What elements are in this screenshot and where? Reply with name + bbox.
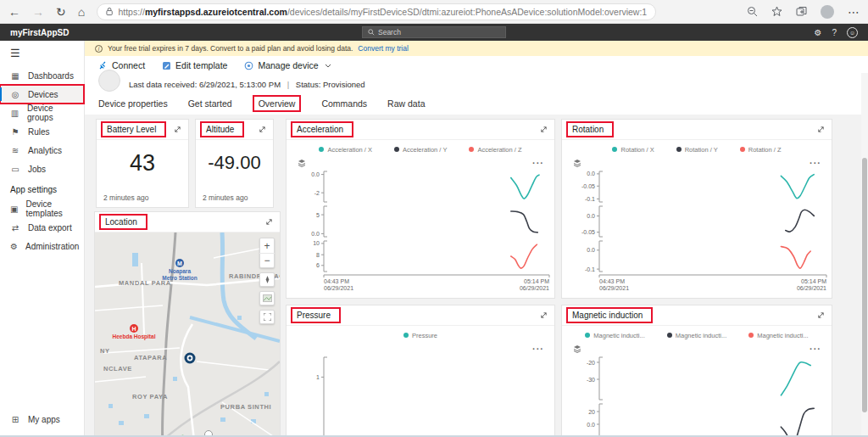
tab-device-properties[interactable]: Device properties bbox=[98, 98, 168, 109]
altitude-tile: Altitude -49.00 2 minutes ago bbox=[195, 119, 274, 208]
tile-title: Magnetic induction bbox=[566, 307, 653, 323]
map-style-button[interactable] bbox=[259, 291, 275, 305]
sidebar-item-administration[interactable]: ⚙Administration bbox=[0, 237, 84, 255]
help-icon[interactable]: ? bbox=[832, 28, 837, 37]
app-top-nav: myFirstAppSD Search ⚙ ? ☺ bbox=[0, 24, 868, 41]
expand-icon[interactable] bbox=[259, 126, 266, 133]
user-avatar[interactable]: ☺ bbox=[847, 27, 858, 38]
expand-icon[interactable] bbox=[817, 311, 825, 319]
browser-profile-avatar[interactable] bbox=[821, 5, 834, 19]
pressure-tile: Pressure Pressure···10.5 bbox=[286, 305, 555, 435]
svg-text:1: 1 bbox=[316, 374, 320, 380]
expand-icon[interactable] bbox=[174, 126, 181, 133]
battery-value: 43 bbox=[97, 140, 188, 186]
sidebar-item-device-groups[interactable]: ▥Device groups bbox=[0, 104, 84, 122]
tile-title: Battery Level bbox=[101, 121, 166, 137]
search-input[interactable]: Search bbox=[362, 26, 506, 38]
edit-template-button[interactable]: Edit template bbox=[162, 60, 227, 70]
sidebar-item-label: Administration bbox=[25, 242, 79, 251]
legend-label: Rotation / Y bbox=[685, 146, 718, 154]
expand-icon[interactable] bbox=[817, 126, 825, 133]
manage-device-button[interactable]: Manage device bbox=[244, 60, 331, 70]
layers-icon[interactable] bbox=[572, 342, 582, 357]
legend-item[interactable]: Acceleration / X bbox=[319, 146, 372, 154]
map-zoom-in-button[interactable]: + bbox=[259, 238, 275, 253]
legend-item[interactable]: Magnetic inducti... bbox=[585, 332, 644, 339]
forward-icon[interactable]: → bbox=[32, 6, 44, 18]
chart-menu-button[interactable]: ··· bbox=[532, 346, 544, 352]
layers-icon[interactable] bbox=[572, 156, 582, 171]
dashboard: Battery Level 43 2 minutes ago Altitude … bbox=[85, 115, 868, 435]
location-map[interactable]: MH MANDAL PARARABINDRA NAGNYATAPARANCLAV… bbox=[95, 233, 280, 435]
map-area-label: ROY PAYA bbox=[132, 393, 168, 401]
scrollbar-thumb[interactable] bbox=[862, 158, 867, 412]
map-compass-button[interactable] bbox=[259, 272, 275, 287]
chart-menu-button[interactable]: ··· bbox=[810, 160, 821, 166]
legend-item[interactable]: Magnetic inducti... bbox=[667, 332, 726, 339]
favorites-icon[interactable] bbox=[771, 6, 782, 17]
legend-item[interactable]: Rotation / X bbox=[612, 146, 654, 154]
map-poi-icon bbox=[205, 431, 213, 436]
svg-text:M: M bbox=[177, 261, 182, 266]
tab-overview[interactable]: Overview bbox=[253, 95, 302, 112]
svg-text:0.0: 0.0 bbox=[587, 422, 595, 428]
altitude-updated: 2 minutes ago bbox=[203, 193, 248, 202]
zoom-out-icon[interactable] bbox=[747, 6, 758, 17]
device-tabs: Device propertiesGet startedOverviewComm… bbox=[85, 93, 868, 114]
sidebar-item-jobs[interactable]: ▭Jobs bbox=[0, 160, 84, 178]
chart-legend: Magnetic inducti...Magnetic inducti...Ma… bbox=[569, 328, 825, 343]
map-area-label: NCLAVE bbox=[103, 365, 132, 373]
svg-text:-20: -20 bbox=[587, 434, 595, 436]
collections-icon[interactable] bbox=[796, 6, 807, 17]
tab-commands[interactable]: Commands bbox=[321, 98, 367, 109]
hamburger-menu-icon[interactable]: ☰ bbox=[0, 44, 84, 66]
chevron-down-icon bbox=[325, 64, 331, 68]
chart-legend: Acceleration / XAcceleration / YAccelera… bbox=[293, 142, 548, 157]
legend-item[interactable]: Acceleration / Z bbox=[469, 146, 521, 154]
rotation-plot: 0.0-0.05-0.10.0-0.050.0-0.104:43 PM06/29… bbox=[569, 170, 837, 296]
sidebar-item-data-export[interactable]: ⇄Data export bbox=[0, 218, 84, 237]
legend-item[interactable]: Rotation / Y bbox=[676, 146, 718, 154]
svg-text:0.0: 0.0 bbox=[311, 171, 320, 177]
chart-menu-button[interactable]: ··· bbox=[810, 346, 821, 352]
map-fullscreen-button[interactable] bbox=[259, 310, 275, 324]
legend-item[interactable]: Magnetic inducti... bbox=[748, 332, 808, 339]
svg-text:05:14 PM: 05:14 PM bbox=[801, 278, 826, 284]
sidebar-item-dashboards[interactable]: ▦Dashboards bbox=[0, 66, 84, 85]
svg-text:6: 6 bbox=[316, 262, 320, 268]
chart-menu-button[interactable]: ··· bbox=[532, 160, 544, 166]
legend-item[interactable]: Pressure bbox=[403, 332, 437, 339]
sidebar-item-devices[interactable]: ◎Devices bbox=[0, 85, 84, 104]
connect-button[interactable]: Connect bbox=[98, 60, 145, 70]
back-icon[interactable]: ← bbox=[8, 6, 20, 18]
vertical-scrollbar[interactable] bbox=[861, 73, 868, 435]
address-bar[interactable]: https://myfirstappsd.azureiotcentral.com… bbox=[97, 3, 656, 20]
map-controls: + − bbox=[259, 238, 275, 324]
sidebar-item-device-templates[interactable]: ▣Device templates bbox=[0, 199, 84, 218]
browser-menu-icon[interactable]: ⋯ bbox=[848, 6, 860, 18]
chart-legend: Pressure bbox=[293, 328, 548, 343]
expand-icon[interactable] bbox=[265, 218, 273, 226]
tab-get-started[interactable]: Get started bbox=[188, 98, 232, 109]
settings-gear-icon[interactable]: ⚙ bbox=[814, 28, 821, 37]
legend-item[interactable]: Acceleration / Y bbox=[394, 146, 447, 154]
legend-dot-icon bbox=[740, 147, 745, 152]
sidebar-item-rules[interactable]: ⚑Rules bbox=[0, 122, 84, 141]
sidebar-item-label: Jobs bbox=[28, 165, 46, 174]
tab-raw-data[interactable]: Raw data bbox=[387, 98, 425, 109]
sidebar-item-my-apps[interactable]: ⊞ My apps bbox=[0, 410, 84, 429]
expand-icon[interactable] bbox=[540, 311, 548, 319]
device-avatar bbox=[98, 70, 120, 92]
legend-label: Acceleration / X bbox=[327, 146, 372, 154]
refresh-icon[interactable]: ↻ bbox=[56, 6, 66, 18]
home-icon[interactable]: ⌂ bbox=[78, 6, 85, 18]
expand-icon[interactable] bbox=[540, 126, 548, 133]
legend-item[interactable]: Rotation / Z bbox=[740, 146, 782, 154]
svg-text:-0.1: -0.1 bbox=[585, 266, 595, 272]
svg-text:-20: -20 bbox=[587, 360, 595, 366]
sidebar-item-analytics[interactable]: ≋Analytics bbox=[0, 141, 84, 160]
convert-trial-link[interactable]: Convert my trial bbox=[358, 44, 409, 53]
acceleration-plot: 0.0-250.0108604:43 PM06/29/202105:14 PM0… bbox=[293, 170, 559, 296]
layers-icon[interactable] bbox=[297, 156, 307, 171]
map-zoom-out-button[interactable]: − bbox=[259, 253, 275, 267]
